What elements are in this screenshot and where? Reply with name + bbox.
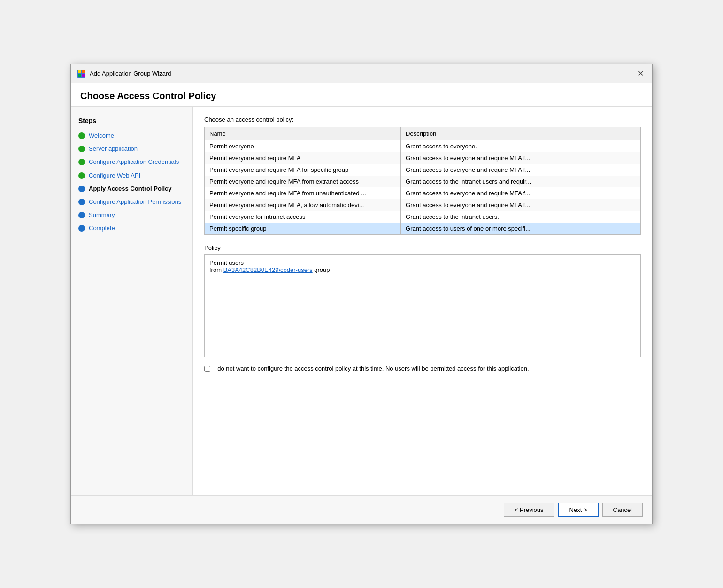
policy-section-label: Policy bbox=[204, 244, 641, 251]
dot-configure-web-api bbox=[78, 172, 85, 179]
svg-rect-2 bbox=[82, 70, 85, 73]
choose-policy-label: Choose an access control policy: bbox=[204, 116, 641, 123]
table-cell-name: Permit everyone and require MFA, allow a… bbox=[205, 199, 401, 211]
dot-configure-credentials bbox=[78, 159, 85, 165]
policy-box: Permit users from BA3A42C82B0E429\coder-… bbox=[204, 254, 641, 357]
sidebar-item-apply-access-control[interactable]: Apply Access Control Policy bbox=[71, 182, 192, 195]
table-cell-name: Permit everyone for intranet access bbox=[205, 211, 401, 223]
table-row[interactable]: Permit everyone for intranet accessGrant… bbox=[205, 211, 640, 223]
dialog-title: Add Application Group Wizard bbox=[90, 70, 171, 77]
table-cell-description: Grant access to the intranet users. bbox=[401, 211, 640, 223]
sidebar-item-label-summary: Summary bbox=[89, 211, 115, 219]
no-configure-label: I do not want to configure the access co… bbox=[214, 365, 529, 372]
dot-apply-access-control bbox=[78, 186, 85, 192]
sidebar-item-label-welcome: Welcome bbox=[89, 132, 114, 140]
dot-complete bbox=[78, 225, 85, 232]
sidebar-item-configure-web-api[interactable]: Configure Web API bbox=[71, 169, 192, 182]
sidebar-item-label-complete: Complete bbox=[89, 224, 115, 232]
sidebar-item-welcome[interactable]: Welcome bbox=[71, 129, 192, 142]
table-cell-description: Grant access to everyone and require MFA… bbox=[401, 164, 640, 176]
title-bar-left: Add Application Group Wizard bbox=[77, 69, 171, 78]
no-configure-checkbox[interactable] bbox=[204, 366, 210, 372]
previous-button[interactable]: < Previous bbox=[504, 503, 554, 517]
no-configure-checkbox-row: I do not want to configure the access co… bbox=[204, 365, 641, 372]
footer-buttons: < Previous Next > Cancel bbox=[71, 495, 652, 524]
table-cell-name: Permit everyone bbox=[205, 140, 401, 153]
dot-server-application bbox=[78, 146, 85, 152]
table-cell-name: Permit everyone and require MFA from una… bbox=[205, 187, 401, 199]
table-row[interactable]: Permit everyone and require MFA, allow a… bbox=[205, 199, 640, 211]
table-cell-description: Grant access to everyone and require MFA… bbox=[401, 187, 640, 199]
svg-rect-1 bbox=[78, 70, 81, 73]
svg-rect-3 bbox=[78, 74, 81, 77]
next-button[interactable]: Next > bbox=[558, 503, 599, 517]
table-cell-description: Grant access to the intranet users and r… bbox=[401, 176, 640, 187]
policy-text-prefix: from bbox=[209, 266, 223, 273]
table-cell-name: Permit specific group bbox=[205, 223, 401, 234]
sidebar-item-label-configure-permissions: Configure Application Permissions bbox=[89, 198, 181, 206]
sidebar-item-configure-credentials[interactable]: Configure Application Credentials bbox=[71, 155, 192, 169]
table-row[interactable]: Permit everyone and require MFA from ext… bbox=[205, 176, 640, 187]
sidebar-item-label-apply-access-control: Apply Access Control Policy bbox=[89, 185, 172, 193]
sidebar-item-label-server-application: Server application bbox=[89, 145, 138, 153]
table-cell-description: Grant access to everyone and require MFA… bbox=[401, 152, 640, 164]
sidebar-item-configure-permissions[interactable]: Configure Application Permissions bbox=[71, 195, 192, 209]
policy-text-suffix: group bbox=[313, 266, 330, 273]
svg-rect-4 bbox=[82, 74, 85, 77]
col-description-header: Description bbox=[401, 127, 640, 140]
close-button[interactable]: ✕ bbox=[635, 68, 646, 79]
content-area: Steps Welcome Server application Configu… bbox=[71, 107, 652, 495]
sidebar-item-complete[interactable]: Complete bbox=[71, 222, 192, 235]
table-row[interactable]: Permit everyoneGrant access to everyone. bbox=[205, 140, 640, 153]
policy-link[interactable]: BA3A42C82B0E429\coder-users bbox=[223, 266, 313, 273]
sidebar-item-server-application[interactable]: Server application bbox=[71, 142, 192, 155]
policy-text-line2: from BA3A42C82B0E429\coder-users group bbox=[209, 266, 636, 273]
title-bar: Add Application Group Wizard ✕ bbox=[71, 64, 652, 83]
table-row[interactable]: Permit everyone and require MFA for spec… bbox=[205, 164, 640, 176]
col-name-header: Name bbox=[205, 127, 401, 140]
sidebar: Steps Welcome Server application Configu… bbox=[71, 107, 193, 495]
dot-summary bbox=[78, 212, 85, 218]
sidebar-item-summary[interactable]: Summary bbox=[71, 209, 192, 222]
table-cell-name: Permit everyone and require MFA bbox=[205, 152, 401, 164]
table-row[interactable]: Permit everyone and require MFAGrant acc… bbox=[205, 152, 640, 164]
policy-table-container: Name Description Permit everyoneGrant ac… bbox=[204, 127, 641, 235]
main-content: Choose an access control policy: Name De… bbox=[193, 107, 652, 495]
table-cell-description: Grant access to everyone and require MFA… bbox=[401, 199, 640, 211]
table-cell-name: Permit everyone and require MFA from ext… bbox=[205, 176, 401, 187]
wizard-icon bbox=[77, 69, 86, 78]
wizard-dialog: Add Application Group Wizard ✕ Choose Ac… bbox=[70, 64, 653, 524]
sidebar-item-label-configure-web-api: Configure Web API bbox=[89, 171, 140, 180]
policy-text-line1: Permit users bbox=[209, 259, 636, 266]
dot-configure-permissions bbox=[78, 199, 85, 205]
dot-welcome bbox=[78, 132, 85, 139]
table-cell-description: Grant access to users of one or more spe… bbox=[401, 223, 640, 234]
sidebar-item-label-configure-credentials: Configure Application Credentials bbox=[89, 158, 179, 166]
page-title: Choose Access Control Policy bbox=[71, 83, 652, 107]
table-cell-description: Grant access to everyone. bbox=[401, 140, 640, 153]
table-cell-name: Permit everyone and require MFA for spec… bbox=[205, 164, 401, 176]
table-row[interactable]: Permit specific groupGrant access to use… bbox=[205, 223, 640, 234]
table-row[interactable]: Permit everyone and require MFA from una… bbox=[205, 187, 640, 199]
sidebar-header: Steps bbox=[71, 114, 192, 129]
policy-table: Name Description Permit everyoneGrant ac… bbox=[205, 127, 640, 234]
cancel-button[interactable]: Cancel bbox=[602, 503, 643, 517]
